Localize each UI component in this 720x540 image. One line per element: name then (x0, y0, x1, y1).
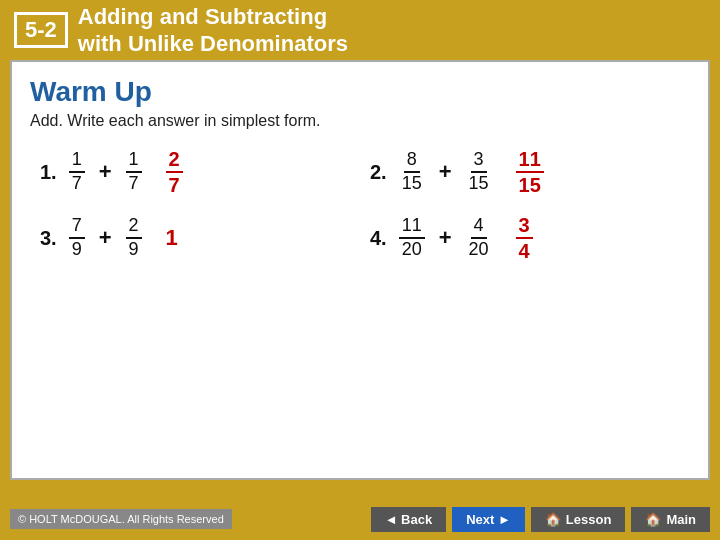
lesson-badge: 5-2 (14, 12, 68, 48)
problem-2-number: 2. (370, 161, 387, 184)
warmup-subtitle: Add. Write each answer in simplest form. (30, 112, 690, 130)
main-home-icon: 🏠 (645, 512, 661, 527)
problem-4-frac1: 11 20 (399, 216, 425, 260)
badge-text: 5-2 (25, 17, 57, 42)
problem-3-answer: 1 (166, 225, 178, 251)
problem-1-answer: 2 7 (166, 148, 183, 196)
problem-4-number: 4. (370, 227, 387, 250)
problem-3-frac1: 7 9 (69, 216, 85, 260)
content-area: Warm Up Add. Write each answer in simple… (10, 60, 710, 480)
title-line2: with Unlike Denominators (78, 30, 348, 58)
problem-2-frac1: 8 15 (399, 150, 425, 194)
warmup-title: Warm Up (30, 76, 690, 108)
footer-buttons: ◄ Back Next ► 🏠 🏠 Lesson Lesson 🏠 Main (371, 507, 710, 532)
footer: © HOLT McDOUGAL. All Rights Reserved ◄ B… (0, 498, 720, 540)
problem-2-answer: 11 15 (516, 148, 544, 196)
problem-2-frac2: 3 15 (466, 150, 492, 194)
problem-4-answer: 3 4 (516, 214, 533, 262)
home-icon: 🏠 (545, 512, 561, 527)
main-button[interactable]: 🏠 Main (631, 507, 710, 532)
back-button[interactable]: ◄ Back (371, 507, 447, 532)
lesson-button[interactable]: 🏠 🏠 Lesson Lesson (531, 507, 626, 532)
problems-grid: 1. 1 7 + 1 7 2 7 2. 8 15 + 3 (30, 148, 690, 262)
problem-1-frac2: 1 7 (126, 150, 142, 194)
problem-3: 3. 7 9 + 2 9 1 (40, 214, 350, 262)
header: 5-2 Adding and Subtracting with Unlike D… (0, 0, 720, 60)
problem-3-frac2: 2 9 (126, 216, 142, 260)
header-title: Adding and Subtracting with Unlike Denom… (78, 3, 348, 58)
copyright-text: © HOLT McDOUGAL. All Rights Reserved (10, 509, 232, 529)
problem-3-number: 3. (40, 227, 57, 250)
problem-1-frac1: 1 7 (69, 150, 85, 194)
next-button[interactable]: Next ► (452, 507, 525, 532)
problem-1: 1. 1 7 + 1 7 2 7 (40, 148, 350, 196)
problem-4-frac2: 4 20 (466, 216, 492, 260)
title-line1: Adding and Subtracting (78, 3, 348, 31)
problem-2: 2. 8 15 + 3 15 11 15 (370, 148, 680, 196)
problem-1-number: 1. (40, 161, 57, 184)
problem-4: 4. 11 20 + 4 20 3 4 (370, 214, 680, 262)
